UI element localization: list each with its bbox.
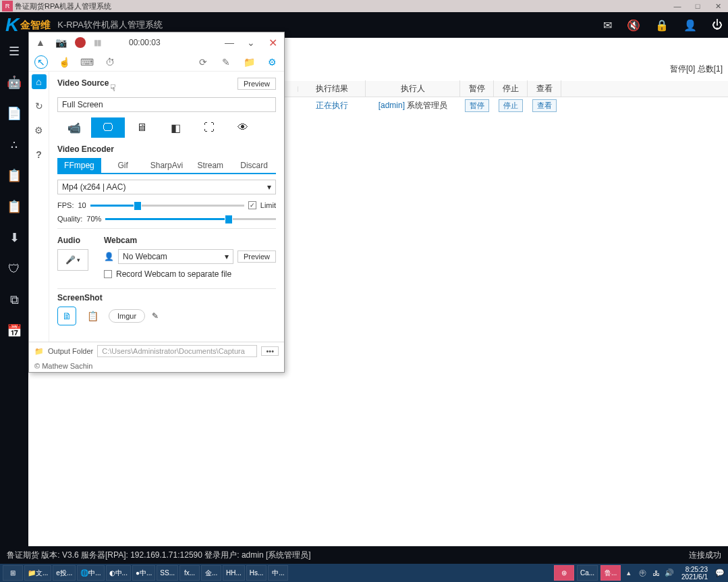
copyright: © Mathew Sachin bbox=[29, 360, 284, 372]
chevron-down-icon[interactable]: ⌄ bbox=[245, 36, 257, 49]
minimize-icon[interactable]: — bbox=[223, 36, 235, 49]
separate-checkbox[interactable] bbox=[104, 270, 112, 278]
screen-source-icon[interactable]: 🖵 bbox=[91, 117, 125, 138]
home-icon[interactable]: ⌂ bbox=[32, 74, 47, 89]
calendar-icon[interactable]: 📅 bbox=[6, 323, 22, 339]
user-icon[interactable]: 👤 bbox=[683, 19, 697, 32]
imgur-button[interactable]: Imgur bbox=[109, 309, 145, 323]
clipboard-icon[interactable]: 📋 bbox=[83, 307, 102, 325]
folder-icon[interactable]: 📁 bbox=[34, 347, 44, 356]
task-item[interactable]: ◐中... bbox=[106, 565, 131, 581]
task-item[interactable]: 金... bbox=[201, 565, 221, 581]
tray-item[interactable]: 鲁... bbox=[600, 565, 621, 581]
robot-icon[interactable]: 🤖 bbox=[6, 74, 22, 90]
mute-icon[interactable]: 🔇 bbox=[627, 19, 640, 32]
task-item[interactable]: 中... bbox=[268, 565, 288, 581]
task-item[interactable]: e投... bbox=[53, 565, 76, 581]
task-item[interactable]: 🌐中... bbox=[77, 565, 104, 581]
cursor-tab-icon[interactable]: ↖ bbox=[34, 55, 48, 69]
network-icon[interactable]: 🖧 bbox=[650, 568, 661, 579]
link-source-icon[interactable]: 👁 bbox=[226, 117, 260, 138]
ime-icon[interactable]: ㊥ bbox=[637, 568, 648, 579]
start-button[interactable]: ⊞ bbox=[3, 565, 23, 581]
tray-item[interactable]: ⊛ bbox=[554, 565, 574, 581]
limit-checkbox[interactable]: ✓ bbox=[248, 201, 256, 209]
app-status-bar: 鲁证期货 版本: V3.6 服务器[RPA]: 192.169.1.71:125… bbox=[0, 546, 728, 564]
folder-icon[interactable]: 📁 bbox=[242, 55, 256, 69]
gear-icon[interactable]: ⚙ bbox=[265, 55, 279, 69]
timer-tab-icon[interactable]: ⏱ bbox=[103, 55, 117, 69]
cell-result[interactable]: 正在执行 bbox=[298, 100, 366, 111]
maximize-button[interactable]: □ bbox=[688, 0, 708, 12]
sound-icon[interactable]: 🔊 bbox=[664, 568, 675, 579]
video-source-input[interactable]: Full Screen bbox=[57, 97, 276, 112]
encoder-title: Video Encoder bbox=[57, 144, 276, 154]
pause-button[interactable]: 暂停 bbox=[465, 99, 489, 112]
record-button[interactable] bbox=[75, 37, 86, 48]
window-source-icon[interactable]: ◧ bbox=[159, 117, 192, 138]
encoder-tab-discard[interactable]: Discard bbox=[232, 158, 276, 173]
output-path-input[interactable]: C:\Users\Administrator\Documents\Captura bbox=[97, 345, 257, 357]
pause-icon[interactable]: ▮▮ bbox=[94, 38, 101, 47]
refresh-icon[interactable]: ⟳ bbox=[196, 55, 210, 69]
total-count: 总数[1] bbox=[698, 64, 723, 74]
menu-icon[interactable]: ☰ bbox=[6, 43, 22, 59]
minimize-button[interactable]: — bbox=[667, 0, 688, 12]
power-icon[interactable]: ⏻ bbox=[712, 19, 723, 32]
quality-slider[interactable] bbox=[105, 218, 276, 220]
mail-icon[interactable]: ✉ bbox=[603, 19, 612, 32]
captura-toolbar: ▲ 📷 ▮▮ 00:00:03 — ⌄ ✕ bbox=[29, 32, 284, 53]
notification-icon[interactable]: 💬 bbox=[715, 568, 725, 579]
region-source-icon[interactable]: ⛶ bbox=[192, 117, 226, 138]
settings-icon[interactable]: ⚙ bbox=[32, 123, 47, 138]
close-icon[interactable]: ✕ bbox=[267, 36, 279, 49]
structure-icon[interactable]: ⛬ bbox=[6, 136, 22, 153]
preview-button[interactable]: Preview bbox=[237, 78, 276, 90]
history-icon[interactable]: ↻ bbox=[32, 99, 47, 113]
task-item[interactable]: fx... bbox=[179, 565, 200, 581]
clock[interactable]: 8:25:23 2021/6/1 bbox=[677, 566, 712, 581]
executor-user[interactable]: [admin] bbox=[379, 101, 405, 110]
encoder-tab-stream[interactable]: Stream bbox=[188, 158, 232, 173]
camera-source-icon[interactable]: 📹 bbox=[57, 117, 91, 138]
format-select[interactable]: Mp4 (x264 | AAC) ▾ bbox=[57, 180, 276, 194]
keyboard-tab-icon[interactable]: ⌨ bbox=[80, 55, 94, 69]
camera-icon[interactable]: 📷 bbox=[55, 36, 67, 49]
fps-slider[interactable] bbox=[90, 205, 244, 207]
tray-item[interactable]: Ca... bbox=[577, 565, 598, 581]
more-button[interactable]: ••• bbox=[261, 346, 279, 356]
task-item[interactable]: 📁文... bbox=[24, 565, 51, 581]
encoder-tab-gif[interactable]: Gif bbox=[101, 158, 145, 173]
task-item[interactable]: Hs... bbox=[246, 565, 267, 581]
lock-icon[interactable]: 🔒 bbox=[655, 19, 669, 32]
disk-icon[interactable]: 🗎 bbox=[57, 307, 76, 325]
brush-icon[interactable]: ✎ bbox=[219, 55, 233, 69]
tray-arrow-icon[interactable]: ▴ bbox=[623, 568, 634, 579]
webcam-preview-button[interactable]: Preview bbox=[237, 250, 276, 263]
view-button[interactable]: 查看 bbox=[532, 99, 557, 112]
clipboard-icon[interactable]: 📋 bbox=[6, 199, 22, 215]
stop-button[interactable]: 停止 bbox=[499, 99, 523, 112]
document-icon[interactable]: 📄 bbox=[6, 105, 22, 122]
encoder-tab-ffmpeg[interactable]: FFmpeg bbox=[57, 158, 101, 173]
task-item[interactable]: SS... bbox=[157, 565, 178, 581]
webcam-select[interactable]: No Webcam ▾ bbox=[118, 249, 233, 264]
edit-icon[interactable]: ✎ bbox=[152, 311, 159, 321]
close-button[interactable]: ✕ bbox=[708, 0, 728, 12]
logo-text: 金智维 bbox=[20, 19, 51, 32]
list-icon[interactable]: 📋 bbox=[6, 167, 22, 184]
hand-tab-icon[interactable]: ☝ bbox=[57, 55, 71, 69]
monitor-source-icon[interactable]: 🖥 bbox=[125, 117, 159, 138]
encoder-tabs: FFmpeg Gif SharpAvi Stream Discard bbox=[57, 158, 276, 174]
copy-icon[interactable]: ⧉ bbox=[6, 292, 22, 308]
captura-mode-tabs: ↖ ☝ ⌨ ⏱ ⟳ ✎ 📁 ⚙ bbox=[29, 53, 284, 72]
mic-button[interactable]: 🎤▾ bbox=[57, 249, 88, 271]
help-icon[interactable]: ? bbox=[32, 147, 47, 162]
task-item[interactable]: ●中... bbox=[132, 565, 155, 581]
encoder-tab-sharpavi[interactable]: SharpAvi bbox=[145, 158, 189, 173]
screenshot-title: ScreenShot bbox=[57, 293, 276, 302]
download-icon[interactable]: ⬇ bbox=[6, 230, 22, 246]
shield-icon[interactable]: 🛡 bbox=[6, 261, 22, 277]
task-item[interactable]: HH... bbox=[223, 565, 245, 581]
collapse-icon[interactable]: ▲ bbox=[34, 36, 47, 49]
